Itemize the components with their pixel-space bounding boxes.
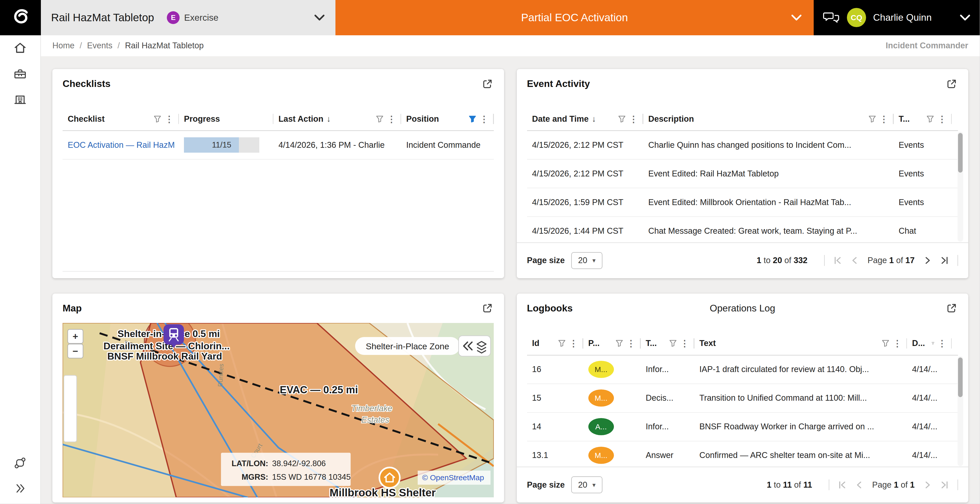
logbook-row[interactable]: 13.1 M... Answer Confirmed — ARC shelter… xyxy=(527,441,958,470)
integrations-icon[interactable] xyxy=(0,450,40,475)
filter-active-icon[interactable] xyxy=(468,115,477,123)
kebab-menu-icon[interactable]: ⋮ xyxy=(387,115,396,123)
filter-icon[interactable] xyxy=(931,339,934,348)
checklist-row[interactable]: EOC Activation — Rail HazM 11/15 4/14/20… xyxy=(63,131,494,159)
filter-icon[interactable] xyxy=(881,339,890,348)
event-row[interactable]: 4/15/2026, 1:59 PM CST Event Edited: Mil… xyxy=(527,188,958,217)
event-row[interactable]: 4/15/2026, 2:12 PM CST Charlie Quinn has… xyxy=(527,131,958,159)
filter-icon[interactable] xyxy=(153,115,162,123)
vertical-scrollbar[interactable] xyxy=(958,356,963,466)
filter-icon[interactable] xyxy=(618,115,626,123)
avatar[interactable]: CQ xyxy=(847,8,866,27)
row-range-label: 1 to 20 of 332 xyxy=(757,256,808,265)
app-window: Rail HazMat Tabletop E Exercise Partial … xyxy=(0,0,980,504)
kebab-menu-icon[interactable]: ⋮ xyxy=(629,115,638,123)
event-switcher[interactable]: Rail HazMat Tabletop E Exercise xyxy=(41,0,336,35)
pagination-bar: Page size 20 ▾ 1 to 11 of 11 xyxy=(517,467,969,502)
chat-icon[interactable] xyxy=(822,10,840,25)
column-header-type[interactable]: T... ⋮ xyxy=(641,332,694,355)
filter-icon[interactable] xyxy=(868,115,877,123)
event-row[interactable]: 4/15/2026, 1:44 PM CST Chat Message Crea… xyxy=(527,217,958,246)
sort-desc-icon[interactable]: ↓ xyxy=(326,114,331,124)
table-header-row: Date and Time ↓ ⋮ Description ⋮ T... xyxy=(527,107,958,131)
column-header-checklist[interactable]: Checklist ⋮ xyxy=(63,107,179,131)
expand-sidebar-icon[interactable] xyxy=(0,475,40,501)
column-header-type[interactable]: T... ⋮ xyxy=(894,107,952,131)
caret-down-icon: ▾ xyxy=(592,257,596,264)
filter-icon[interactable] xyxy=(558,339,566,348)
toolbox-icon[interactable] xyxy=(0,61,40,86)
map-attribution[interactable]: © OpenStreetMap xyxy=(418,471,490,485)
filter-icon[interactable] xyxy=(926,115,934,123)
column-header-date[interactable]: Date and Time ↓ ⋮ xyxy=(527,107,643,131)
map-canvas[interactable]: Dunkles Court Timberlake Estates Shelter… xyxy=(63,323,494,498)
svg-text:Shelter-in-Place Zone: Shelter-in-Place Zone xyxy=(366,341,449,351)
column-header-position[interactable]: Position ⋮ xyxy=(401,107,494,131)
breadcrumb-events[interactable]: Events xyxy=(87,41,112,50)
column-header-id[interactable]: Id ⋮ xyxy=(527,332,583,355)
filter-icon[interactable] xyxy=(669,339,677,348)
cell-description: Event Edited: Millbrook Orientation - Ra… xyxy=(643,198,894,207)
open-in-new-icon[interactable] xyxy=(945,302,958,314)
scrollbar-thumb[interactable] xyxy=(958,357,963,397)
event-row[interactable]: 4/15/2026, 2:12 PM CST Event Edited: Rai… xyxy=(527,159,958,188)
svg-text:+: + xyxy=(73,331,78,341)
chevron-down-icon[interactable] xyxy=(314,14,325,21)
cell-date: 4/15/2026, 2:12 PM CST xyxy=(527,169,643,179)
layers-control[interactable] xyxy=(458,336,490,356)
cell-date: 4/14/... xyxy=(907,451,951,460)
sort-desc-icon[interactable]: ↓ xyxy=(592,114,596,124)
kebab-menu-icon[interactable]: ⋮ xyxy=(480,115,489,123)
map-panel: Map xyxy=(52,293,504,503)
vertical-scrollbar[interactable] xyxy=(958,132,963,242)
column-label: Date and Time xyxy=(532,114,589,124)
cell-type: Infor... xyxy=(641,422,694,431)
open-in-new-icon[interactable] xyxy=(481,302,494,314)
kebab-menu-icon[interactable]: ⋮ xyxy=(627,339,636,348)
column-label: T... xyxy=(899,114,910,124)
chevron-down-icon[interactable] xyxy=(959,14,971,21)
activation-banner[interactable]: Partial EOC Activation xyxy=(336,0,814,35)
kebab-menu-icon[interactable]: ⋮ xyxy=(880,115,889,123)
building-icon[interactable] xyxy=(0,86,40,112)
kebab-menu-icon[interactable]: ⋮ xyxy=(680,339,689,348)
filter-icon[interactable] xyxy=(375,115,384,123)
app-logo[interactable] xyxy=(0,0,41,35)
scrollbar-thumb[interactable] xyxy=(958,133,963,172)
page-size-select[interactable]: 20 ▾ xyxy=(571,476,603,493)
zoom-out-button[interactable]: − xyxy=(68,344,83,358)
last-page-button[interactable] xyxy=(940,256,949,265)
kebab-menu-icon[interactable]: ⋮ xyxy=(893,339,902,348)
open-in-new-icon[interactable] xyxy=(481,78,494,90)
column-header-last-action[interactable]: Last Action ↓ ⋮ xyxy=(274,107,401,131)
logbook-row[interactable]: 14 A... Infor... BNSF Roadway Worker in … xyxy=(527,413,958,441)
logbook-row[interactable]: 16 M... Infor... IAP-1 draft circulated … xyxy=(527,356,958,384)
next-page-button[interactable] xyxy=(923,256,932,265)
open-in-new-icon[interactable] xyxy=(945,78,958,90)
shelter-marker[interactable] xyxy=(379,467,400,488)
kebab-menu-icon[interactable]: ⋮ xyxy=(938,115,947,123)
user-name: Charlie Quinn xyxy=(873,12,932,23)
user-area: CQ Charlie Quinn xyxy=(814,0,980,35)
kebab-menu-icon[interactable]: ⋮ xyxy=(165,115,174,123)
cell-id: 13.1 xyxy=(527,451,583,460)
cell-type: Events xyxy=(894,198,952,207)
cell-date: 4/15/2026, 2:12 PM CST xyxy=(527,140,643,150)
home-icon[interactable] xyxy=(0,35,40,61)
column-header-description[interactable]: Description ⋮ xyxy=(643,107,894,131)
column-header-text[interactable]: Text ⋮ xyxy=(694,332,907,355)
column-header-priority[interactable]: P... ⋮ xyxy=(583,332,641,355)
column-header-progress[interactable]: Progress xyxy=(179,107,274,131)
column-header-date[interactable]: D... ⋮ xyxy=(907,332,951,355)
chevron-down-icon[interactable] xyxy=(791,14,802,21)
kebab-menu-icon[interactable]: ⋮ xyxy=(938,339,947,348)
filter-icon[interactable] xyxy=(615,339,624,348)
kebab-menu-icon[interactable]: ⋮ xyxy=(569,339,578,348)
breadcrumb-home[interactable]: Home xyxy=(52,41,75,50)
pager: Page 1 of 17 xyxy=(824,255,958,266)
zoom-in-button[interactable]: + xyxy=(68,329,83,343)
map-side-control[interactable] xyxy=(64,375,76,442)
checklist-link[interactable]: EOC Activation — Rail HazM xyxy=(68,140,175,150)
page-size-select[interactable]: 20 ▾ xyxy=(571,252,603,269)
logbook-row[interactable]: 15 M... Decis... Transition to Unified C… xyxy=(527,384,958,413)
